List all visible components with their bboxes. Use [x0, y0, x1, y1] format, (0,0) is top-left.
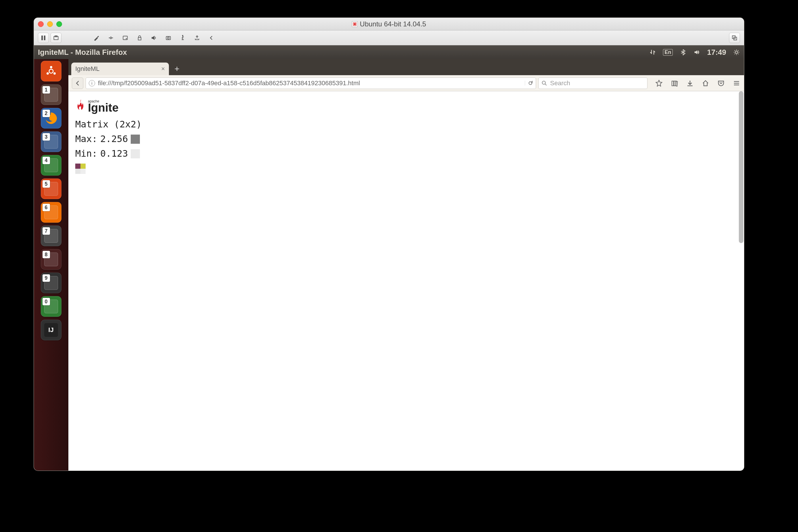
- close-tab-icon[interactable]: ×: [161, 65, 165, 73]
- sound-icon[interactable]: [150, 33, 158, 43]
- max-label: Max:: [75, 132, 97, 146]
- svg-point-7: [126, 38, 127, 39]
- url-bar[interactable]: i file:///tmp/f205009ad51-5837dff2-d07a-…: [86, 77, 536, 89]
- matrix-cell: [80, 164, 86, 169]
- launcher-item-app9[interactable]: 9: [41, 272, 61, 293]
- pocket-icon[interactable]: [717, 79, 725, 87]
- launcher-item-dash[interactable]: [41, 61, 61, 81]
- svg-rect-1: [353, 23, 356, 25]
- matrix-cell: [75, 164, 80, 169]
- launcher-arrow-icon: [34, 379, 35, 384]
- collapse-icon[interactable]: [207, 33, 215, 43]
- settings-icon[interactable]: [92, 33, 101, 43]
- launcher-item-app7[interactable]: 7: [41, 226, 61, 246]
- new-tab-button[interactable]: +: [170, 62, 183, 75]
- page-content: apache Ignite Matrix (2x2) Max: 2.256 Mi…: [68, 91, 744, 471]
- home-icon[interactable]: [702, 79, 709, 87]
- svg-point-20: [542, 81, 545, 84]
- ubuntu-menubar: IgniteML - Mozilla Firefox En 17:49: [34, 45, 744, 59]
- library-icon[interactable]: [670, 79, 678, 87]
- svg-point-17: [53, 72, 56, 75]
- desktop-area: 1234567890IJ IgniteML × + i file:///tmp/…: [34, 59, 744, 471]
- search-bar[interactable]: Search: [538, 77, 648, 89]
- launcher-item-firefox[interactable]: 2: [41, 108, 61, 129]
- vmware-icon: [352, 21, 358, 27]
- logo-big-text: Ignite: [88, 103, 119, 112]
- browser-tab[interactable]: IgniteML ×: [71, 62, 169, 75]
- lock-icon[interactable]: [135, 33, 144, 43]
- launcher-item-app3[interactable]: 3: [41, 131, 61, 152]
- network-icon[interactable]: [107, 33, 115, 43]
- svg-rect-6: [123, 36, 128, 40]
- launcher-item-app0[interactable]: 0: [41, 296, 61, 317]
- camera-icon[interactable]: [164, 33, 173, 43]
- disk-icon[interactable]: [121, 33, 129, 43]
- mac-titlebar: Ubuntu 64-bit 14.04.5: [34, 18, 744, 31]
- max-value: 2.256: [100, 132, 128, 146]
- svg-rect-2: [42, 36, 43, 40]
- scrollbar[interactable]: [739, 91, 743, 243]
- svg-point-11: [182, 35, 183, 36]
- min-label: Min:: [75, 146, 97, 161]
- launcher-item-app1[interactable]: 1: [41, 84, 61, 105]
- bookmark-star-icon[interactable]: [655, 79, 663, 87]
- keyboard-indicator[interactable]: En: [663, 49, 672, 56]
- snapshot-button[interactable]: [51, 33, 61, 43]
- max-swatch: [131, 135, 140, 144]
- svg-point-18: [47, 72, 49, 75]
- launcher-item-intellij[interactable]: IJ: [41, 320, 61, 340]
- share-icon[interactable]: [193, 33, 201, 43]
- unity-launcher: 1234567890IJ: [34, 59, 68, 471]
- search-placeholder: Search: [550, 79, 570, 87]
- reload-icon[interactable]: [525, 81, 533, 86]
- tab-strip: IgniteML × +: [68, 59, 744, 75]
- tab-title: IgniteML: [75, 65, 99, 73]
- pause-button[interactable]: [38, 33, 49, 43]
- flame-icon: [75, 99, 87, 113]
- min-swatch: [131, 149, 140, 158]
- vm-title: Ubuntu 64-bit 14.04.5: [360, 20, 426, 28]
- svg-point-15: [49, 69, 53, 73]
- svg-point-14: [736, 51, 738, 53]
- url-text: file:///tmp/f205009ad51-5837dff2-d07a-49…: [98, 79, 522, 87]
- svg-rect-21: [672, 81, 674, 86]
- firefox-window: IgniteML × + i file:///tmp/f205009ad51-5…: [68, 59, 744, 471]
- volume-icon[interactable]: [693, 49, 700, 56]
- min-value: 0.123: [100, 146, 128, 161]
- clock[interactable]: 17:49: [707, 48, 726, 57]
- launcher-item-app6[interactable]: 6: [41, 202, 61, 223]
- fullscreen-button[interactable]: [729, 33, 740, 43]
- max-line: Max: 2.256: [75, 132, 737, 146]
- launcher-arrow-icon: [34, 144, 35, 149]
- ignite-logo: apache Ignite: [75, 99, 737, 113]
- launcher-item-app4[interactable]: 4: [41, 155, 61, 176]
- svg-rect-22: [674, 81, 676, 86]
- usb-icon[interactable]: [179, 33, 187, 43]
- window-title: IgniteML - Mozilla Firefox: [38, 48, 127, 57]
- gear-icon[interactable]: [733, 49, 740, 56]
- min-line: Min: 0.123: [75, 146, 737, 161]
- menu-icon[interactable]: [732, 79, 741, 87]
- network-indicator-icon[interactable]: [649, 49, 656, 56]
- launcher-item-app5[interactable]: 5: [41, 178, 61, 199]
- svg-rect-3: [44, 36, 46, 40]
- page-info-icon[interactable]: i: [89, 80, 95, 87]
- bluetooth-icon[interactable]: [679, 49, 687, 56]
- back-button[interactable]: [72, 77, 83, 89]
- svg-point-10: [167, 37, 169, 39]
- launcher-item-app8[interactable]: 8: [41, 249, 61, 270]
- browser-toolbar: i file:///tmp/f205009ad51-5837dff2-d07a-…: [68, 75, 744, 91]
- search-icon: [542, 80, 547, 86]
- svg-rect-8: [138, 37, 141, 40]
- matrix-cells: [75, 164, 737, 174]
- vm-window: Ubuntu 64-bit 14.04.5 IgniteML - Mozilla…: [34, 18, 744, 471]
- svg-point-16: [50, 66, 52, 68]
- downloads-icon[interactable]: [686, 79, 694, 87]
- matrix-cell: [80, 169, 86, 174]
- matrix-cell: [75, 169, 80, 174]
- page-heading: Matrix (2x2): [75, 117, 737, 132]
- vm-toolbar: [34, 31, 744, 45]
